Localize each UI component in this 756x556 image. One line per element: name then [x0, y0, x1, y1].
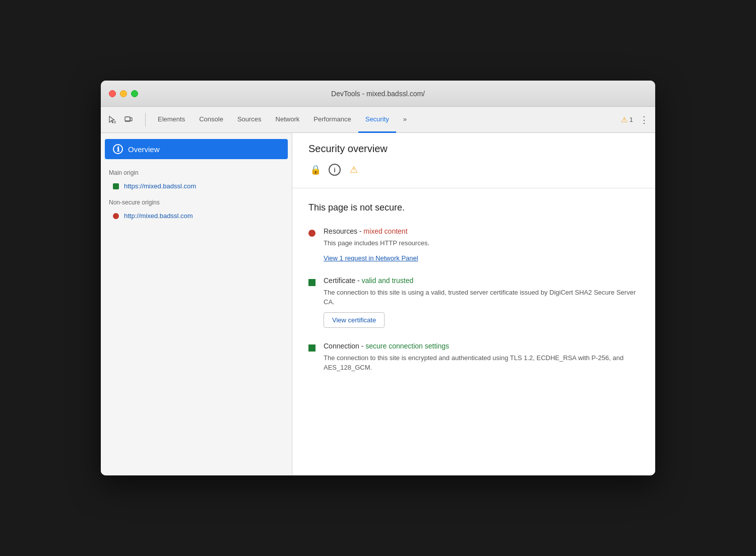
- info-icon: i: [329, 164, 341, 176]
- more-menu-button[interactable]: ⋮: [637, 113, 651, 127]
- view-certificate-button[interactable]: View certificate: [324, 312, 385, 328]
- tab-more[interactable]: »: [396, 107, 414, 133]
- certificate-item: Certificate - valid and trusted The conn…: [308, 276, 639, 328]
- main-content: ℹ Overview Main origin https://mixed.bad…: [101, 133, 655, 475]
- connection-label: Connection -: [324, 342, 365, 350]
- red-dot-icon: [308, 230, 316, 237]
- close-button[interactable]: [109, 90, 116, 97]
- svg-rect-0: [114, 121, 116, 122]
- nonsecure-origin-item[interactable]: http://mixed.badssl.com: [101, 209, 292, 223]
- resources-body: Resources - mixed content This page incl…: [324, 227, 639, 262]
- tab-sources[interactable]: Sources: [230, 107, 269, 133]
- maximize-button[interactable]: [131, 90, 138, 97]
- certificate-indicator: [308, 277, 316, 328]
- device-icon[interactable]: [121, 112, 136, 127]
- certificate-title: Certificate - valid and trusted: [324, 276, 639, 285]
- view-network-panel-link[interactable]: View 1 request in Network Panel: [324, 254, 418, 262]
- certificate-label: Certificate -: [324, 276, 361, 285]
- resources-indicator: [308, 228, 316, 262]
- toolbar-tabs: Elements Console Sources Network Perform…: [151, 107, 619, 133]
- overview-label: Overview: [128, 145, 160, 154]
- devtools-toolbar: Elements Console Sources Network Perform…: [101, 107, 655, 133]
- resources-title: Resources - mixed content: [324, 227, 639, 235]
- title-bar: DevTools - mixed.badssl.com/: [101, 81, 655, 107]
- page-status: This page is not secure.: [308, 202, 639, 213]
- svg-rect-2: [125, 117, 130, 121]
- tab-network[interactable]: Network: [269, 107, 307, 133]
- nonsecure-origins-label: Non-secure origins: [101, 193, 292, 209]
- nonsecure-origin-url[interactable]: http://mixed.badssl.com: [124, 212, 193, 220]
- tab-security[interactable]: Security: [358, 107, 396, 133]
- sidebar-overview-item[interactable]: ℹ Overview: [105, 139, 288, 159]
- certificate-highlight: valid and trusted: [361, 276, 413, 285]
- main-origin-indicator: [113, 183, 119, 189]
- minimize-button[interactable]: [120, 90, 127, 97]
- toolbar-right: ⚠ 1 ⋮: [621, 113, 651, 127]
- security-content: This page is not secure. Resources - mix…: [292, 188, 655, 406]
- window-title: DevTools - mixed.badssl.com/: [331, 90, 425, 98]
- connection-highlight: secure connection settings: [365, 342, 449, 350]
- warning-icon: ⚠: [621, 115, 627, 124]
- toolbar-icon-group: [105, 112, 136, 127]
- main-origin-label: Main origin: [101, 167, 292, 179]
- connection-title: Connection - secure connection settings: [324, 342, 639, 350]
- security-title: Security overview: [308, 143, 639, 155]
- security-panel: Security overview 🔒 i ⚠ This page is not…: [292, 133, 655, 475]
- main-origin-item[interactable]: https://mixed.badssl.com: [101, 179, 292, 193]
- green-square-icon: [308, 279, 316, 286]
- resources-label: Resources -: [324, 227, 363, 235]
- resources-highlight: mixed content: [363, 227, 407, 235]
- nonsecure-origin-indicator: [113, 213, 119, 219]
- certificate-desc: The connection to this site is using a v…: [324, 288, 639, 307]
- svg-rect-3: [130, 118, 132, 121]
- devtools-window: DevTools - mixed.badssl.com/ Eleme: [101, 81, 655, 475]
- sec-pointer: [308, 183, 639, 188]
- connection-green-square-icon: [308, 344, 316, 352]
- overview-info-icon: ℹ: [113, 144, 123, 154]
- tab-console[interactable]: Console: [192, 107, 230, 133]
- main-origin-url[interactable]: https://mixed.badssl.com: [124, 182, 196, 190]
- connection-desc: The connection to this site is encrypted…: [324, 353, 639, 373]
- cursor-icon[interactable]: [105, 112, 120, 127]
- warning-badge[interactable]: ⚠ 1: [621, 115, 633, 124]
- connection-body: Connection - secure connection settings …: [324, 342, 639, 378]
- lock-icon: 🔒: [308, 163, 323, 177]
- security-icons-row: 🔒 i ⚠: [308, 163, 639, 183]
- traffic-lights: [109, 90, 138, 97]
- resources-desc: This page includes HTTP resources.: [324, 238, 639, 248]
- connection-item: Connection - secure connection settings …: [308, 342, 639, 378]
- pointer-triangle: [335, 182, 345, 187]
- connection-indicator: [308, 343, 316, 378]
- warning-triangle-icon: ⚠: [347, 163, 361, 177]
- security-header: Security overview 🔒 i ⚠: [292, 133, 655, 188]
- svg-rect-1: [114, 122, 116, 123]
- warning-count: 1: [629, 116, 633, 123]
- tab-performance[interactable]: Performance: [306, 107, 358, 133]
- resources-item: Resources - mixed content This page incl…: [308, 227, 639, 262]
- sidebar: ℹ Overview Main origin https://mixed.bad…: [101, 133, 292, 475]
- tab-elements[interactable]: Elements: [151, 107, 192, 133]
- toolbar-divider: [145, 113, 146, 127]
- certificate-body: Certificate - valid and trusted The conn…: [324, 276, 639, 328]
